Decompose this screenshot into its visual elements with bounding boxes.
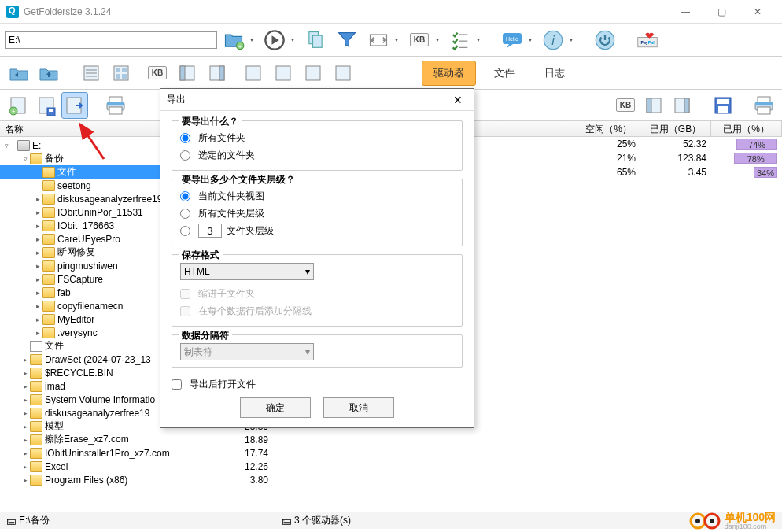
kb-toggle-button[interactable]: KB (143, 59, 172, 87)
group-separator: 数据分隔符 制表符▾ (172, 334, 463, 368)
nav-up-button[interactable] (35, 59, 63, 87)
option-btn-1[interactable] (239, 59, 267, 87)
play-button[interactable] (260, 25, 290, 55)
cancel-button[interactable]: 取消 (323, 397, 394, 418)
col-free-pct[interactable]: 空闲（%） (577, 121, 640, 136)
info-button[interactable]: i (538, 25, 568, 55)
view-grid-button[interactable] (107, 59, 135, 87)
dropdown-icon[interactable]: ▾ (436, 36, 444, 43)
tree-row[interactable]: ▸IObitUninstaller1Pro_xz7.com17.74 (0, 446, 275, 460)
svg-rect-29 (246, 66, 260, 80)
group-levels: 要导出多少个文件夹层级？ 当前文件夹视图 所有文件夹层级 文件夹层级 (172, 179, 463, 246)
folder-icon (30, 368, 42, 379)
file-icon (30, 341, 42, 352)
dropdown-icon[interactable]: ▾ (250, 36, 258, 43)
kb-unit-button[interactable]: KB (404, 25, 434, 55)
maximize-button[interactable]: ▢ (703, 0, 740, 24)
levels-input[interactable] (198, 224, 222, 238)
check-indent[interactable]: 缩进子文件夹 (180, 285, 454, 302)
svg-text:+: + (12, 108, 16, 115)
svg-rect-40 (109, 97, 122, 102)
drive-icon: 🖴 (282, 515, 291, 526)
chevron-down-icon: ▾ (305, 346, 310, 357)
view-list-button[interactable] (77, 59, 105, 87)
tb3-save-button[interactable] (33, 92, 60, 119)
group-what: 要导出什么？ 所有文件夹 选定的文件夹 (172, 120, 463, 171)
open-folder-button[interactable]: + (219, 25, 249, 55)
option-btn-3[interactable] (299, 59, 327, 87)
separator-select[interactable]: 制表符▾ (180, 343, 314, 360)
svg-rect-53 (758, 107, 770, 114)
svg-rect-42 (109, 107, 122, 114)
tree-row[interactable]: ▸擦除Erase_xz7.com18.89 (0, 433, 275, 446)
radio-n-levels[interactable]: 文件夹层级 (180, 222, 454, 239)
group-what-label: 要导出什么？ (179, 115, 242, 128)
svg-text:Hello: Hello (506, 36, 518, 42)
columns-right-button[interactable] (203, 59, 231, 87)
dropdown-icon[interactable]: ▾ (291, 36, 299, 43)
columns-left-button[interactable] (173, 59, 201, 87)
folder-icon (42, 180, 55, 191)
option-btn-2[interactable] (269, 59, 297, 87)
power-button[interactable] (590, 25, 620, 55)
ok-button[interactable]: 确定 (240, 397, 311, 418)
dropdown-icon[interactable]: ▾ (529, 36, 537, 43)
main-toolbar: + ▾ ▾ ▾ KB ▾ ▾ Hello ▾ i ▾ PayPal (0, 24, 782, 57)
col-used-gb[interactable]: 已用（GB） (640, 121, 711, 136)
radio-current-view[interactable]: 当前文件夹视图 (180, 187, 454, 205)
tb3-export-button[interactable] (61, 92, 88, 119)
tab-log[interactable]: 日志 (533, 61, 577, 86)
minimize-button[interactable]: — (667, 0, 703, 24)
folder-icon (42, 247, 55, 258)
radio-all-folders[interactable]: 所有文件夹 (180, 129, 454, 146)
folder-icon (42, 207, 55, 218)
path-input[interactable] (5, 31, 217, 49)
copy-button[interactable] (301, 25, 330, 55)
folder-icon (42, 301, 55, 312)
dropdown-icon[interactable]: ▾ (477, 36, 485, 43)
tb3-col1-button[interactable] (640, 92, 667, 119)
col-used-pct[interactable]: 已用（%） (711, 121, 782, 136)
paypal-button[interactable]: PayPal (633, 25, 662, 55)
tb3-print-button[interactable] (102, 92, 129, 119)
drive-icon: 🖴 (6, 515, 16, 526)
statusbar: 🖴 E:\备份 🖴 3 个驱动器(s) (0, 512, 782, 529)
dialog-close-button[interactable]: ✕ (448, 92, 467, 108)
tb3-col2-button[interactable] (669, 92, 695, 119)
statusbar-drives: 🖴 3 个驱动器(s) (275, 514, 357, 527)
tab-files[interactable]: 文件 (482, 61, 526, 86)
format-select[interactable]: HTML▾ (180, 263, 314, 280)
tree-row[interactable]: ▸Excel12.26 (0, 460, 275, 473)
check-open-after[interactable]: 导出后打开文件 (172, 375, 463, 393)
group-separator-label: 数据分隔符 (179, 329, 232, 342)
svg-rect-47 (684, 98, 689, 113)
dropdown-icon[interactable]: ▾ (395, 36, 403, 43)
folder-icon (42, 260, 55, 272)
tab-strip: 驱动器 文件 日志 (422, 61, 577, 86)
check-separator-after[interactable]: 在每个数据行后添加分隔线 (180, 302, 454, 320)
tab-drives[interactable]: 驱动器 (422, 61, 476, 86)
radio-selected-folders[interactable]: 选定的文件夹 (180, 146, 454, 164)
nav-back-button[interactable] (5, 59, 33, 87)
checklist-button[interactable] (445, 25, 475, 55)
tb3-new-button[interactable]: + (5, 92, 31, 119)
option-btn-4[interactable] (329, 59, 357, 87)
folder-icon (42, 194, 55, 205)
dropdown-icon[interactable]: ▾ (570, 36, 577, 43)
tb3-print2-button[interactable] (751, 92, 777, 119)
svg-point-59 (710, 519, 714, 523)
app-icon (6, 6, 19, 18)
filter-button[interactable] (332, 25, 362, 55)
group-format: 保存格式 HTML▾ 缩进子文件夹 在每个数据行后添加分隔线 (172, 254, 463, 327)
radio-all-levels[interactable]: 所有文件夹层级 (180, 205, 454, 222)
expand-button[interactable] (363, 25, 393, 55)
tb3-kb-button[interactable]: KB (612, 92, 639, 119)
tb3-save2-button[interactable] (710, 92, 736, 119)
close-button[interactable]: ✕ (740, 0, 776, 24)
folder-icon (42, 274, 55, 285)
folder-icon (30, 381, 42, 392)
dialog-title: 导出 (167, 93, 186, 106)
hello-button[interactable]: Hello (497, 25, 527, 55)
view-toolbar: KB 驱动器 文件 日志 (0, 57, 782, 90)
tree-row[interactable]: ▸Program Files (x86)3.80 (0, 473, 275, 486)
